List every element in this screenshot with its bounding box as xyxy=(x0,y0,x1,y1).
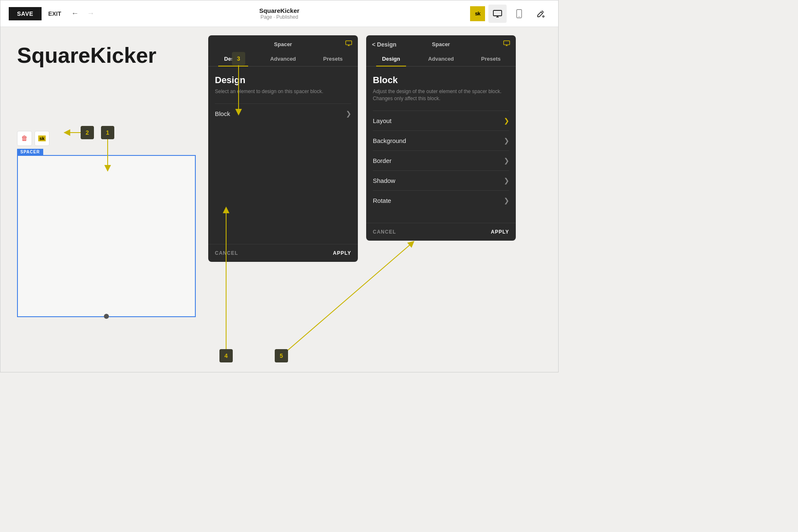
paint-icon xyxy=(536,9,545,18)
design-panel: Spacer Design Advanced Presets Design Se… xyxy=(208,35,358,262)
annotation-badge-1: 1 xyxy=(101,126,114,139)
panel-left-monitor-icon xyxy=(345,40,352,48)
panel-left-tabs: Design Advanced Presets xyxy=(208,52,358,66)
chevron-background-icon: ❯ xyxy=(504,137,509,145)
apply-button-right[interactable]: APPLY xyxy=(491,229,509,235)
topbar: SAVE EXIT ← → SquareKicker Page · Publis… xyxy=(0,0,558,27)
tab-advanced-left[interactable]: Advanced xyxy=(258,52,308,66)
menu-item-border[interactable]: Border ❯ xyxy=(373,150,509,170)
back-button[interactable]: < Design xyxy=(372,41,397,48)
panel-left-spacer xyxy=(208,132,358,240)
exit-button[interactable]: EXIT xyxy=(48,10,61,17)
spacer-block-container: SPACER xyxy=(17,148,196,317)
undo-redo-group: ← → xyxy=(68,7,98,20)
chevron-block-icon: ❯ xyxy=(346,110,351,118)
panel-left-section-title: Design xyxy=(215,75,351,86)
panel-left-section-desc: Select an element to design on this spac… xyxy=(215,88,351,95)
tab-presets-left[interactable]: Presets xyxy=(308,52,358,66)
tab-design-right[interactable]: Design xyxy=(366,52,416,66)
save-button[interactable]: SAVE xyxy=(9,7,42,20)
cancel-button-right[interactable]: CANCEL xyxy=(373,229,396,235)
menu-item-block[interactable]: Block ❯ xyxy=(215,103,351,123)
annotation-badge-4: 4 xyxy=(219,349,233,362)
topbar-left: SAVE EXIT ← → xyxy=(9,7,98,20)
topbar-center: SquareKicker Page · Published xyxy=(259,7,300,20)
menu-item-background[interactable]: Background ❯ xyxy=(373,131,509,150)
svg-rect-6 xyxy=(346,41,352,44)
topbar-right: sk xyxy=(470,5,550,23)
tab-advanced-right[interactable]: Advanced xyxy=(416,52,466,66)
chevron-rotate-icon: ❯ xyxy=(504,197,509,204)
menu-item-shadow[interactable]: Shadow ❯ xyxy=(373,170,509,190)
svg-point-4 xyxy=(519,16,520,17)
panel-left-title: Spacer xyxy=(274,41,292,47)
menu-item-background-label: Background xyxy=(373,137,406,144)
mobile-icon xyxy=(516,9,522,18)
panel-right-body: Block Adjust the design of the outer ele… xyxy=(366,66,516,219)
menu-item-rotate-label: Rotate xyxy=(373,197,391,204)
block-toolbar: 🗑 sk xyxy=(17,131,49,146)
panel-right-section-desc: Adjust the design of the outer element o… xyxy=(373,88,509,102)
menu-item-shadow-label: Shadow xyxy=(373,177,395,184)
mobile-view-button[interactable] xyxy=(510,5,528,23)
tab-presets-right[interactable]: Presets xyxy=(466,52,516,66)
sk-logo: sk xyxy=(470,6,485,21)
monitor-icon xyxy=(493,10,502,17)
desktop-view-button[interactable] xyxy=(488,5,507,23)
undo-button[interactable]: ← xyxy=(68,7,82,20)
menu-item-layout[interactable]: Layout ❯ xyxy=(373,111,509,131)
block-panel: < Design Spacer Design Advanced Presets … xyxy=(366,35,516,241)
spacer-label: SPACER xyxy=(17,149,43,155)
annotation-badge-3: 3 xyxy=(232,52,245,65)
svg-rect-0 xyxy=(493,10,502,16)
page-title: SquareKicker xyxy=(17,44,196,67)
menu-item-layout-label: Layout xyxy=(373,117,392,124)
chevron-layout-icon: ❯ xyxy=(504,117,509,125)
menu-item-block-label: Block xyxy=(215,110,230,117)
delete-block-button[interactable]: 🗑 xyxy=(17,131,32,146)
annotation-badge-5: 5 xyxy=(275,349,288,362)
chevron-border-icon: ❯ xyxy=(504,157,509,165)
panel-left-footer: CANCEL APPLY xyxy=(208,244,358,262)
menu-item-border-label: Border xyxy=(373,157,392,164)
svg-point-5 xyxy=(543,15,544,17)
sk-small-logo: sk xyxy=(38,135,46,141)
apply-button-left[interactable]: APPLY xyxy=(333,250,351,256)
settings-button[interactable] xyxy=(532,5,550,23)
panel-left-header: Spacer xyxy=(208,35,358,47)
annotation-badge-2: 2 xyxy=(81,126,94,139)
redo-button[interactable]: → xyxy=(84,7,98,20)
canvas-area: SquareKicker 🗑 sk SPACER Spacer Desi xyxy=(0,27,558,372)
spacer-resize-handle[interactable] xyxy=(104,314,109,319)
panel-right-tabs: Design Advanced Presets xyxy=(366,52,516,66)
svg-rect-9 xyxy=(504,41,510,44)
menu-item-rotate[interactable]: Rotate ❯ xyxy=(373,190,509,210)
panel-right-footer: CANCEL APPLY xyxy=(366,223,516,241)
sk-block-button[interactable]: sk xyxy=(34,131,49,146)
page-content: SquareKicker xyxy=(17,44,196,67)
chevron-shadow-icon: ❯ xyxy=(504,177,509,185)
panel-right-header: < Design Spacer xyxy=(366,35,516,47)
panel-right-section-title: Block xyxy=(373,75,509,86)
panel-right-monitor-icon xyxy=(503,40,510,48)
panel-left-body: Design Select an element to design on th… xyxy=(208,66,358,132)
spacer-box[interactable] xyxy=(17,155,196,317)
cancel-button-left[interactable]: CANCEL xyxy=(215,250,238,256)
app-title: SquareKicker xyxy=(259,7,300,14)
page-status: Page · Published xyxy=(259,14,300,20)
panel-right-title: Spacer xyxy=(432,41,450,47)
